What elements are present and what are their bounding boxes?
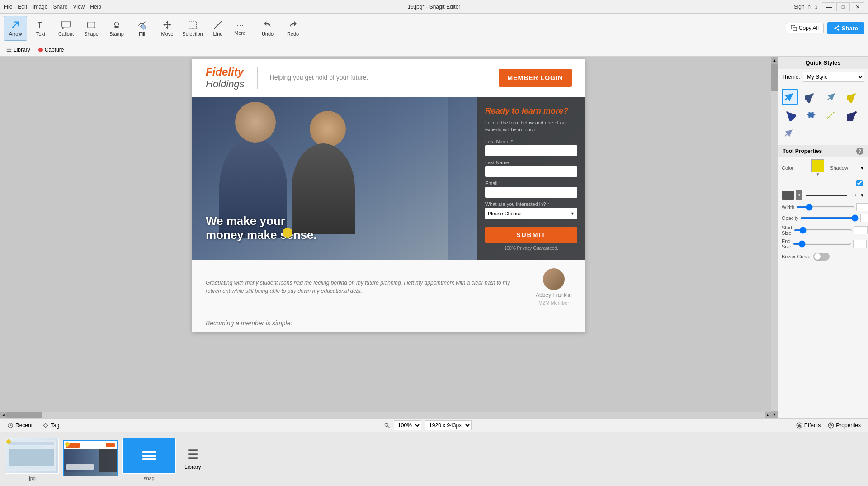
zoom-select[interactable]: 100% <box>394 420 421 430</box>
undo-button[interactable]: Undo <box>256 16 279 41</box>
capture-button[interactable]: Capture <box>36 46 66 54</box>
opacity-label: Opacity <box>782 215 798 221</box>
callout-tool-button[interactable]: Callout <box>54 16 78 41</box>
scroll-up-arrow[interactable]: ▲ <box>771 57 778 64</box>
library-thumbnail[interactable]: ☰ Library <box>181 445 205 474</box>
arrow-style-1[interactable] <box>782 89 798 105</box>
menu-image[interactable]: Image <box>33 4 47 10</box>
submit-button[interactable]: SUBMIT <box>485 227 577 243</box>
svg-line-23 <box>388 426 390 428</box>
end-size-value[interactable]: 3 <box>853 240 867 248</box>
maximize-button[interactable]: □ <box>836 2 850 11</box>
library-button[interactable]: Library <box>4 46 33 54</box>
canvas-area[interactable]: ▲ ▼ ◄ ► Fidelity Holdings Helping you ge… <box>0 57 778 418</box>
arrow-style-6[interactable] <box>803 107 819 123</box>
info-icon: ℹ <box>815 4 817 10</box>
becoming-text: Becoming a member is simple: <box>206 319 572 327</box>
more-button[interactable]: ⋯ More <box>231 19 248 38</box>
opacity-slider-row: Opacity 100 <box>778 213 868 224</box>
recent-tab[interactable]: Recent <box>5 421 35 429</box>
tool-properties-panel: Tool Properties ? Color ▼ Shadow ▼ <box>778 145 868 418</box>
thumb-img-2[interactable] <box>63 440 118 476</box>
undo-label: Undo <box>262 31 274 37</box>
text-tool-button[interactable]: T Text <box>29 16 52 41</box>
first-name-label: First Name * <box>485 139 577 144</box>
bezier-toggle[interactable] <box>813 253 830 261</box>
arrow-style-4[interactable] <box>845 89 861 105</box>
width-slider[interactable] <box>796 206 854 208</box>
svg-line-13 <box>827 94 835 100</box>
start-size-value[interactable]: 3 <box>854 226 868 234</box>
width-label: Width <box>782 205 794 210</box>
close-button[interactable]: × <box>851 2 864 11</box>
copy-all-button[interactable]: Copy All <box>786 23 824 33</box>
redo-button[interactable]: Redo <box>281 16 305 41</box>
signin-button[interactable]: Sign In <box>794 4 811 10</box>
fill-tool-button[interactable]: Fill <box>130 16 154 41</box>
dimensions-select[interactable]: 1920 x 943px <box>425 420 472 430</box>
menu-view[interactable]: View <box>73 4 85 10</box>
first-name-input[interactable] <box>485 145 577 156</box>
arrow-style-5[interactable] <box>782 107 798 123</box>
help-button[interactable]: ? <box>856 148 863 155</box>
move-label: Move <box>161 31 174 37</box>
scroll-down-arrow[interactable]: ▼ <box>771 411 778 418</box>
stamp-tool-button[interactable]: Stamp <box>105 16 128 41</box>
email-input[interactable] <box>485 187 577 198</box>
thumb-img-1[interactable] <box>5 438 59 474</box>
thumb-img-3[interactable] <box>122 438 176 474</box>
line-end-dropdown[interactable]: ▼ <box>860 193 864 198</box>
scroll-thumb-v[interactable] <box>771 64 778 91</box>
arrow-style-3[interactable] <box>824 89 840 105</box>
color-dropdown-arrow[interactable]: ▼ <box>816 172 820 176</box>
shadow-dropdown[interactable]: ▼ <box>860 166 864 171</box>
scroll-thumb-h[interactable] <box>6 412 42 418</box>
thumbnail-1[interactable]: .jpg <box>5 438 59 481</box>
opacity-value[interactable]: 100 <box>860 214 868 222</box>
thumbnail-2[interactable] <box>63 440 118 478</box>
thumbnail-3[interactable]: snag <box>122 438 176 481</box>
effects-label: Effects <box>804 422 821 429</box>
line-tool-button[interactable]: Line <box>206 16 230 41</box>
logo-line2: Holdings <box>206 78 245 90</box>
color-swatch[interactable] <box>811 159 824 172</box>
last-name-input[interactable] <box>485 166 577 177</box>
effects-button[interactable]: Effects <box>793 421 823 429</box>
arrow-style-9[interactable] <box>782 125 798 141</box>
arrow-style-2[interactable] <box>803 89 819 105</box>
shape-tool-button[interactable]: Shape <box>80 16 103 41</box>
menu-help[interactable]: Help <box>90 4 101 10</box>
arrow-style-8[interactable] <box>845 107 861 123</box>
share-button[interactable]: Share <box>827 22 864 34</box>
scroll-left-arrow[interactable]: ◄ <box>0 412 6 418</box>
arrow-tool-button[interactable]: Arrow <box>4 16 27 41</box>
svg-point-21 <box>46 424 47 425</box>
line-start-cap[interactable] <box>782 191 794 200</box>
member-login-button[interactable]: MEMBER LOGIN <box>499 69 572 87</box>
interest-label: What are you interested in? * <box>485 201 577 207</box>
width-value[interactable]: 10 <box>856 203 868 211</box>
end-size-label: End Size <box>782 238 791 249</box>
theme-select[interactable]: My Style <box>803 72 864 82</box>
shadow-checkbox[interactable] <box>856 180 863 186</box>
menu-edit[interactable]: Edit <box>18 4 27 10</box>
horizontal-scrollbar[interactable]: ◄ ► <box>0 412 771 418</box>
tag-tab[interactable]: Tag <box>40 421 62 429</box>
move-tool-button[interactable]: Move <box>156 16 179 41</box>
arrow-style-7[interactable] <box>824 107 840 123</box>
start-size-slider[interactable] <box>794 229 852 231</box>
selection-tool-button[interactable]: Selection <box>181 16 204 41</box>
svg-point-22 <box>385 423 388 426</box>
interest-select[interactable]: Please Choose <box>485 208 577 219</box>
thumb1-content <box>5 438 58 473</box>
minimize-button[interactable]: — <box>822 2 835 11</box>
scroll-right-arrow[interactable]: ► <box>765 412 771 418</box>
end-size-slider[interactable] <box>793 243 851 245</box>
opacity-slider[interactable] <box>800 217 859 219</box>
thumbnail-strip: .jpg <box>0 432 868 486</box>
vertical-scrollbar[interactable]: ▲ ▼ <box>771 57 778 418</box>
menu-file[interactable]: File <box>4 4 12 10</box>
properties-button[interactable]: Properties <box>825 421 863 429</box>
menu-share[interactable]: Share <box>53 4 67 10</box>
line-start-dropdown[interactable]: ▼ <box>796 190 802 200</box>
